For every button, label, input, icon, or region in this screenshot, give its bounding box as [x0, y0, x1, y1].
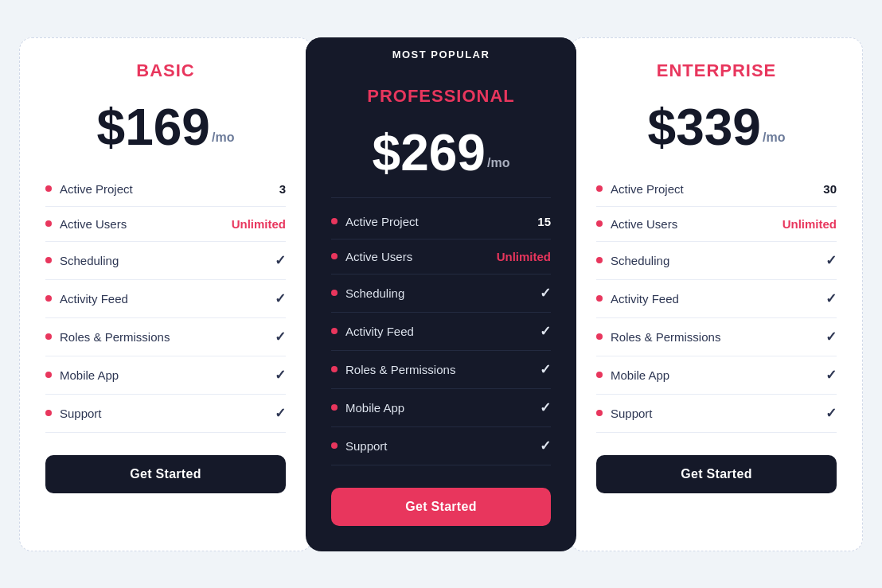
- feature-value: ✓: [540, 323, 551, 340]
- feature-row: Scheduling✓: [331, 275, 551, 313]
- feature-value: ✓: [275, 367, 286, 384]
- feature-left: Support: [331, 439, 388, 453]
- professional-price-amount: $269: [373, 127, 486, 178]
- feature-value: ✓: [275, 405, 286, 422]
- feature-value: ✓: [540, 438, 551, 454]
- feature-label: Support: [611, 407, 653, 420]
- feature-value: ✓: [825, 367, 837, 384]
- feature-label: Activity Feed: [60, 292, 128, 306]
- feature-dot-icon: [331, 404, 338, 411]
- feature-label: Roles & Permissions: [611, 330, 720, 344]
- feature-value: 30: [823, 182, 837, 196]
- feature-value: ✓: [540, 361, 551, 378]
- feature-row: Active Project3: [45, 172, 286, 207]
- feature-row: Activity Feed✓: [331, 313, 551, 351]
- feature-label: Scheduling: [611, 254, 669, 267]
- feature-left: Active Users: [596, 217, 677, 231]
- feature-label: Mobile App: [611, 368, 669, 382]
- feature-left: Scheduling: [45, 254, 119, 267]
- feature-value: ✓: [825, 405, 837, 422]
- enterprise-plan-name: ENTERPRISE: [657, 60, 777, 81]
- pricing-cards: BASIC $169 /mo Active Project3Active Use…: [19, 37, 863, 551]
- feature-label: Active Users: [611, 217, 677, 231]
- enterprise-features-list: Active Project30Active UsersUnlimitedSch…: [596, 172, 837, 433]
- professional-badge: MOST POPULAR: [306, 37, 576, 72]
- feature-dot-icon: [45, 295, 52, 302]
- feature-dot-icon: [596, 295, 603, 302]
- professional-cta-button[interactable]: Get Started: [331, 488, 551, 526]
- feature-left: Active Project: [596, 182, 684, 196]
- feature-left: Mobile App: [45, 368, 119, 382]
- feature-label: Support: [60, 407, 102, 420]
- feature-dot-icon: [331, 442, 338, 449]
- feature-label: Mobile App: [60, 368, 119, 382]
- feature-left: Scheduling: [596, 254, 669, 267]
- feature-dot-icon: [45, 257, 52, 263]
- feature-value: ✓: [275, 252, 286, 269]
- feature-row: Active UsersUnlimited: [331, 239, 551, 275]
- feature-dot-icon: [331, 366, 338, 372]
- feature-row: Active Project30: [596, 172, 837, 207]
- feature-dot-icon: [331, 253, 338, 259]
- feature-left: Support: [45, 407, 102, 420]
- professional-features-list: Active Project15Active UsersUnlimitedSch…: [331, 204, 551, 465]
- feature-row: Active UsersUnlimited: [45, 207, 286, 242]
- feature-dot-icon: [596, 372, 603, 378]
- feature-label: Activity Feed: [345, 325, 414, 338]
- feature-row: Active Project15: [331, 204, 551, 239]
- feature-dot-icon: [596, 185, 603, 192]
- professional-plan-name: PROFESSIONAL: [367, 86, 515, 107]
- enterprise-price-mo: /mo: [763, 130, 785, 145]
- enterprise-cta-button[interactable]: Get Started: [596, 455, 837, 493]
- enterprise-price-amount: $339: [648, 102, 761, 153]
- basic-card: BASIC $169 /mo Active Project3Active Use…: [19, 37, 312, 551]
- feature-left: Activity Feed: [596, 292, 679, 306]
- feature-dot-icon: [331, 328, 338, 334]
- feature-left: Active Users: [331, 250, 412, 263]
- basic-features-list: Active Project3Active UsersUnlimitedSche…: [45, 172, 286, 433]
- feature-label: Active Users: [60, 217, 127, 231]
- feature-left: Active Users: [45, 217, 127, 231]
- feature-value: 15: [537, 215, 551, 228]
- feature-row: Activity Feed✓: [45, 280, 286, 318]
- feature-dot-icon: [45, 220, 52, 227]
- feature-value: ✓: [540, 399, 551, 416]
- feature-left: Active Project: [331, 215, 419, 228]
- professional-price-row: $269 /mo: [373, 127, 510, 178]
- basic-price-amount: $169: [97, 102, 210, 153]
- feature-left: Active Project: [45, 182, 133, 196]
- feature-dot-icon: [331, 290, 338, 296]
- basic-cta-button[interactable]: Get Started: [45, 455, 286, 493]
- feature-left: Roles & Permissions: [596, 330, 720, 344]
- feature-dot-icon: [596, 410, 603, 416]
- feature-label: Mobile App: [345, 401, 404, 415]
- feature-value: ✓: [275, 329, 286, 345]
- basic-price-row: $169 /mo: [97, 102, 235, 153]
- professional-price-mo: /mo: [487, 156, 509, 170]
- feature-dot-icon: [331, 218, 338, 224]
- feature-value: Unlimited: [497, 250, 551, 263]
- feature-row: Active UsersUnlimited: [596, 207, 837, 242]
- feature-label: Active Project: [345, 215, 419, 228]
- feature-label: Active Project: [60, 182, 133, 196]
- feature-label: Support: [345, 439, 388, 453]
- feature-dot-icon: [596, 220, 603, 227]
- feature-left: Activity Feed: [45, 292, 128, 306]
- feature-row: Support✓: [331, 427, 551, 465]
- feature-left: Roles & Permissions: [45, 330, 170, 344]
- feature-row: Roles & Permissions✓: [45, 318, 286, 356]
- feature-label: Active Project: [611, 182, 684, 196]
- feature-dot-icon: [45, 185, 52, 192]
- basic-plan-name: BASIC: [136, 60, 194, 81]
- feature-row: Scheduling✓: [596, 242, 837, 280]
- basic-price-mo: /mo: [212, 130, 234, 145]
- feature-dot-icon: [596, 257, 603, 263]
- feature-row: Support✓: [45, 395, 286, 433]
- feature-label: Active Users: [345, 250, 412, 263]
- feature-row: Support✓: [596, 395, 837, 433]
- feature-value: ✓: [825, 329, 837, 345]
- feature-label: Scheduling: [345, 286, 404, 300]
- feature-label: Activity Feed: [611, 292, 679, 306]
- feature-dot-icon: [45, 372, 52, 378]
- feature-row: Mobile App✓: [45, 356, 286, 395]
